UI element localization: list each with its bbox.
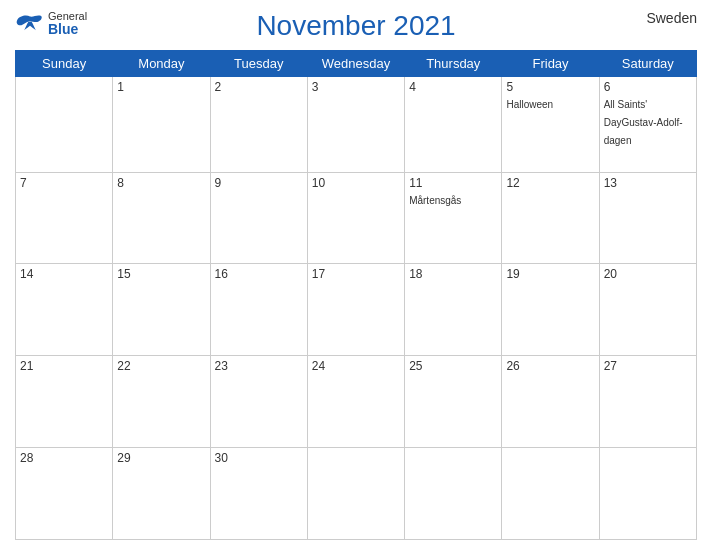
date-number: 28 xyxy=(20,451,108,465)
calendar-cell: 9 xyxy=(210,172,307,264)
date-number: 12 xyxy=(506,176,594,190)
calendar-title: November 2021 xyxy=(256,10,455,42)
date-number: 7 xyxy=(20,176,108,190)
date-number: 6 xyxy=(604,80,692,94)
calendar-cell: 25 xyxy=(405,356,502,448)
event-label: Mårtensgås xyxy=(409,195,461,206)
calendar-cell xyxy=(405,448,502,540)
date-number: 16 xyxy=(215,267,303,281)
date-number: 17 xyxy=(312,267,400,281)
days-header-row: Sunday Monday Tuesday Wednesday Thursday… xyxy=(16,51,697,77)
date-number: 5 xyxy=(506,80,594,94)
calendar-table: Sunday Monday Tuesday Wednesday Thursday… xyxy=(15,50,697,540)
calendar-cell: 21 xyxy=(16,356,113,448)
header: General Blue November 2021 Sweden xyxy=(15,10,697,42)
calendar-cell: 24 xyxy=(307,356,404,448)
calendar-cell: 2 xyxy=(210,77,307,173)
week-row: 282930 xyxy=(16,448,697,540)
day-header-tuesday: Tuesday xyxy=(210,51,307,77)
date-number: 21 xyxy=(20,359,108,373)
date-number: 29 xyxy=(117,451,205,465)
calendar-cell: 3 xyxy=(307,77,404,173)
calendar-cell: 11Mårtensgås xyxy=(405,172,502,264)
day-header-saturday: Saturday xyxy=(599,51,696,77)
week-row: 21222324252627 xyxy=(16,356,697,448)
date-number: 13 xyxy=(604,176,692,190)
calendar-cell: 13 xyxy=(599,172,696,264)
day-header-monday: Monday xyxy=(113,51,210,77)
date-number: 20 xyxy=(604,267,692,281)
logo-bird-icon xyxy=(15,13,45,33)
date-number: 22 xyxy=(117,359,205,373)
calendar-cell: 28 xyxy=(16,448,113,540)
date-number: 4 xyxy=(409,80,497,94)
calendar-cell: 29 xyxy=(113,448,210,540)
calendar-cell: 15 xyxy=(113,264,210,356)
calendar-cell: 30 xyxy=(210,448,307,540)
date-number: 1 xyxy=(117,80,205,94)
calendar-cell: 16 xyxy=(210,264,307,356)
day-header-friday: Friday xyxy=(502,51,599,77)
calendar-cell: 6All Saints' DayGustav-Adolf-dagen xyxy=(599,77,696,173)
calendar-cell: 20 xyxy=(599,264,696,356)
date-number: 18 xyxy=(409,267,497,281)
date-number: 8 xyxy=(117,176,205,190)
logo-blue-text: Blue xyxy=(48,22,87,37)
calendar-cell: 7 xyxy=(16,172,113,264)
calendar-cell xyxy=(307,448,404,540)
date-number: 30 xyxy=(215,451,303,465)
week-row: 14151617181920 xyxy=(16,264,697,356)
calendar-cell: 8 xyxy=(113,172,210,264)
calendar-cell xyxy=(16,77,113,173)
calendar-cell: 27 xyxy=(599,356,696,448)
date-number: 14 xyxy=(20,267,108,281)
day-header-wednesday: Wednesday xyxy=(307,51,404,77)
calendar-cell: 5Halloween xyxy=(502,77,599,173)
calendar-cell: 19 xyxy=(502,264,599,356)
date-number: 9 xyxy=(215,176,303,190)
date-number: 25 xyxy=(409,359,497,373)
calendar-cell: 23 xyxy=(210,356,307,448)
date-number: 15 xyxy=(117,267,205,281)
event-label: Halloween xyxy=(506,99,553,110)
calendar-cell: 22 xyxy=(113,356,210,448)
calendar-cell xyxy=(599,448,696,540)
date-number: 19 xyxy=(506,267,594,281)
calendar-container: General Blue November 2021 Sweden Sunday… xyxy=(0,0,712,550)
date-number: 27 xyxy=(604,359,692,373)
date-number: 3 xyxy=(312,80,400,94)
day-header-sunday: Sunday xyxy=(16,51,113,77)
calendar-cell: 4 xyxy=(405,77,502,173)
date-number: 24 xyxy=(312,359,400,373)
week-row: 7891011Mårtensgås1213 xyxy=(16,172,697,264)
date-number: 10 xyxy=(312,176,400,190)
week-row: 12345Halloween6All Saints' DayGustav-Ado… xyxy=(16,77,697,173)
calendar-cell: 1 xyxy=(113,77,210,173)
date-number: 23 xyxy=(215,359,303,373)
calendar-cell: 18 xyxy=(405,264,502,356)
country-label: Sweden xyxy=(646,10,697,26)
date-number: 2 xyxy=(215,80,303,94)
calendar-cell: 17 xyxy=(307,264,404,356)
logo: General Blue xyxy=(15,10,87,37)
calendar-cell xyxy=(502,448,599,540)
date-number: 11 xyxy=(409,176,497,190)
calendar-cell: 26 xyxy=(502,356,599,448)
calendar-cell: 10 xyxy=(307,172,404,264)
date-number: 26 xyxy=(506,359,594,373)
day-header-thursday: Thursday xyxy=(405,51,502,77)
calendar-cell: 14 xyxy=(16,264,113,356)
calendar-cell: 12 xyxy=(502,172,599,264)
